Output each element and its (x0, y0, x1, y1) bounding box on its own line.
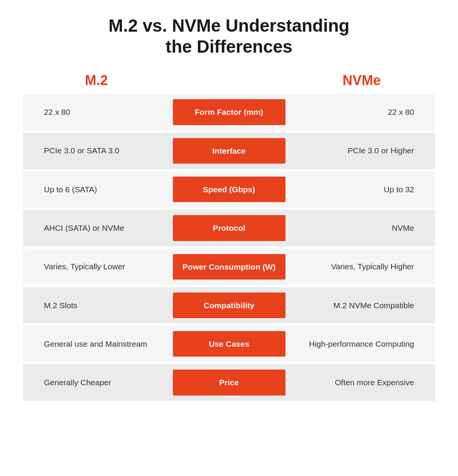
right-value: PCIe 3.0 or Higher (288, 133, 435, 169)
table-row: General use and Mainstream Use Cases Hig… (23, 326, 435, 362)
center-label: Use Cases (173, 331, 285, 357)
table-row: M.2 Slots Compatibility M.2 NVMe Compati… (23, 287, 435, 323)
center-label-col: Interface (170, 133, 288, 169)
right-value: Up to 32 (288, 171, 435, 207)
table-row: AHCI (SATA) or NVMe Protocol NVMe (23, 210, 435, 246)
center-label: Price (173, 370, 285, 395)
right-value: Often more Expensive (288, 364, 435, 400)
center-label: Protocol (173, 215, 285, 241)
center-label: Compatibility (173, 293, 285, 318)
center-label-col: Power Consumption (W) (170, 249, 288, 285)
center-label-col: Form Factor (mm) (170, 94, 288, 130)
table-row: Generally Cheaper Price Often more Expen… (23, 364, 435, 400)
right-value: 22 x 80 (288, 94, 435, 130)
table-row: Up to 6 (SATA) Speed (Gbps) Up to 32 (23, 171, 435, 207)
right-value: M.2 NVMe Compatible (288, 287, 435, 323)
center-label-col: Price (170, 364, 288, 400)
left-value: Generally Cheaper (23, 364, 170, 400)
table-row: Varies, Typically Lower Power Consumptio… (23, 249, 435, 285)
right-value: High-performance Computing (288, 326, 435, 362)
left-value: AHCI (SATA) or NVMe (23, 210, 170, 246)
left-value: M.2 Slots (23, 287, 170, 323)
center-label: Interface (173, 138, 285, 164)
center-label-col: Use Cases (170, 326, 288, 362)
table-row: PCIe 3.0 or SATA 3.0 Interface PCIe 3.0 … (23, 133, 435, 169)
center-label-col: Compatibility (170, 287, 288, 323)
page-wrapper: M.2 vs. NVMe Understanding the Differenc… (0, 0, 458, 476)
column-header-m2: M.2 (85, 72, 108, 88)
table-row: 22 x 80 Form Factor (mm) 22 x 80 (23, 94, 435, 130)
left-value: General use and Mainstream (23, 326, 170, 362)
center-label-col: Speed (Gbps) (170, 171, 288, 207)
comparison-table: 22 x 80 Form Factor (mm) 22 x 80 PCIe 3.… (23, 94, 435, 400)
center-label: Speed (Gbps) (173, 177, 285, 202)
page-title: M.2 vs. NVMe Understanding the Differenc… (23, 15, 435, 57)
left-value: Varies, Typically Lower (23, 249, 170, 285)
center-label: Form Factor (mm) (173, 99, 285, 125)
center-label: Power Consumption (W) (173, 254, 285, 280)
center-label-col: Protocol (170, 210, 288, 246)
column-header-nvme: NVMe (342, 72, 381, 88)
right-value: Varies, Typically Higher (288, 249, 435, 285)
right-value: NVMe (288, 210, 435, 246)
left-value: PCIe 3.0 or SATA 3.0 (23, 133, 170, 169)
left-value: 22 x 80 (23, 94, 170, 130)
left-value: Up to 6 (SATA) (23, 171, 170, 207)
